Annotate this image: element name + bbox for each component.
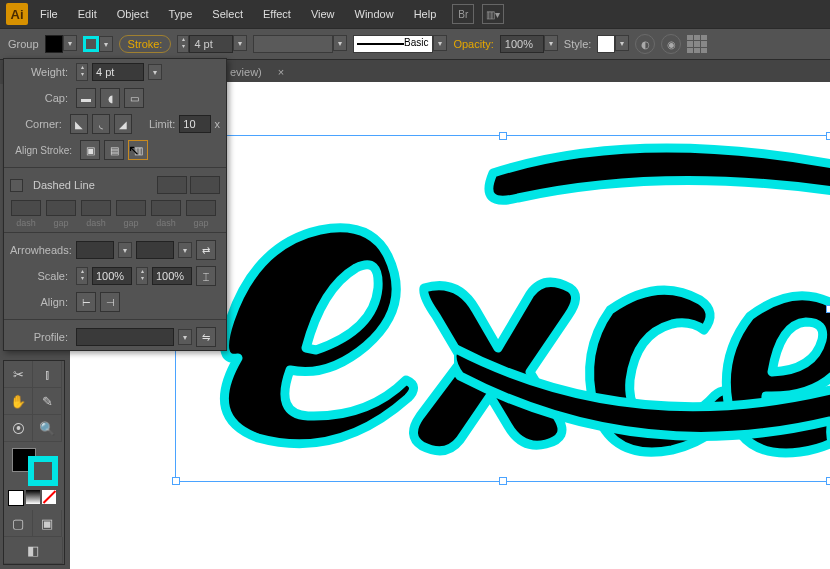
color-mode-icon[interactable] xyxy=(8,490,24,506)
dash-3[interactable] xyxy=(151,200,181,216)
brush-definition[interactable]: Basic xyxy=(353,35,433,53)
selection-bounding-box[interactable] xyxy=(175,135,830,482)
ctrl-weight-dropdown[interactable] xyxy=(233,35,247,51)
dash-1[interactable] xyxy=(11,200,41,216)
app-logo: Ai xyxy=(6,3,28,25)
brush-dropdown[interactable] xyxy=(433,35,447,51)
weight-label: Weight: xyxy=(10,66,68,78)
graph-tool-icon[interactable]: ⫿ xyxy=(33,361,62,388)
stroke-color-swatch[interactable] xyxy=(28,456,58,486)
var-width-dropdown[interactable] xyxy=(333,35,347,51)
arrow-end[interactable] xyxy=(136,241,174,259)
stroke-panel: Weight: 4 pt Cap: ▬ ◖ ▭ Corner: ◣ ◟ ◢ Li… xyxy=(3,58,227,351)
limit-field[interactable]: 10 xyxy=(179,115,210,133)
var-width-profile[interactable] xyxy=(253,35,333,53)
drawing-mode-icon[interactable]: ◧ xyxy=(4,537,63,564)
recolor-icon[interactable]: ◐ xyxy=(635,34,655,54)
dashed-line-checkbox[interactable] xyxy=(10,179,23,192)
menu-file[interactable]: File xyxy=(32,4,66,24)
menu-effect[interactable]: Effect xyxy=(255,4,299,24)
fill-dropdown[interactable] xyxy=(63,35,77,51)
stroke-swatch[interactable] xyxy=(83,36,99,52)
workspace-icon[interactable]: Br xyxy=(452,4,474,24)
align-center-button[interactable]: ▣ xyxy=(80,140,100,160)
profile-dropdown[interactable] xyxy=(178,329,192,345)
dash-2[interactable] xyxy=(81,200,111,216)
gradient-mode-icon[interactable] xyxy=(26,490,40,504)
ctrl-weight-field[interactable]: 4 pt xyxy=(189,35,233,53)
layout-icon[interactable]: ▥▾ xyxy=(482,4,504,24)
corner-round-button[interactable]: ◟ xyxy=(92,114,110,134)
graphic-style[interactable] xyxy=(597,35,615,53)
menu-type[interactable]: Type xyxy=(161,4,201,24)
menu-select[interactable]: Select xyxy=(204,4,251,24)
corner-miter-button[interactable]: ◣ xyxy=(70,114,88,134)
none-mode-icon[interactable] xyxy=(42,490,56,504)
screen-normal-icon[interactable]: ▢ xyxy=(4,510,33,537)
opacity-dropdown[interactable] xyxy=(544,35,558,51)
document-tab-title[interactable]: eview) xyxy=(230,66,262,78)
align-panel-icon[interactable] xyxy=(687,35,707,53)
dash-preserve-button[interactable] xyxy=(157,176,187,194)
style-dropdown[interactable] xyxy=(615,35,629,51)
menu-edit[interactable]: Edit xyxy=(70,4,105,24)
profile-label: Profile: xyxy=(10,331,68,343)
menu-help[interactable]: Help xyxy=(406,4,445,24)
selection-type: Group xyxy=(8,38,39,50)
align-inside-button[interactable]: ▤ xyxy=(104,140,124,160)
dashed-line-label: Dashed Line xyxy=(33,179,95,191)
screen-full-icon[interactable]: ▣ xyxy=(33,510,62,537)
cap-projecting-button[interactable]: ▭ xyxy=(124,88,144,108)
scale-spin-1[interactable] xyxy=(76,267,88,285)
fill-swatch[interactable] xyxy=(45,35,63,53)
hand-tool-icon[interactable]: ✋ xyxy=(4,388,33,415)
gap-1[interactable] xyxy=(46,200,76,216)
weight-dropdown[interactable] xyxy=(148,64,162,80)
scale-field-2[interactable]: 100% xyxy=(152,267,192,285)
stroke-panel-link[interactable]: Stroke: xyxy=(119,35,172,53)
ctrl-weight-spin[interactable] xyxy=(177,35,189,53)
style-label: Style: xyxy=(564,38,592,50)
arrow-start[interactable] xyxy=(76,241,114,259)
arrow-align-2[interactable]: ⊣ xyxy=(100,292,120,312)
slice-tool-icon[interactable]: ✂ xyxy=(4,361,33,388)
cap-label: Cap: xyxy=(10,92,68,104)
arrow-swap-icon[interactable]: ⇄ xyxy=(196,240,216,260)
corner-bevel-button[interactable]: ◢ xyxy=(114,114,132,134)
gap-3[interactable] xyxy=(186,200,216,216)
menu-object[interactable]: Object xyxy=(109,4,157,24)
handle-e[interactable] xyxy=(826,305,830,313)
menu-window[interactable]: Window xyxy=(347,4,402,24)
weight-spin[interactable] xyxy=(76,63,88,81)
align-stroke-label: Align Stroke: xyxy=(10,145,72,156)
scale-link-icon[interactable]: ⌶ xyxy=(196,266,216,286)
scale-spin-2[interactable] xyxy=(136,267,148,285)
gap-2[interactable] xyxy=(116,200,146,216)
arrow-start-dd[interactable] xyxy=(118,242,132,258)
handle-se[interactable] xyxy=(826,477,830,485)
profile-field[interactable] xyxy=(76,328,174,346)
scale-field-1[interactable]: 100% xyxy=(92,267,132,285)
weight-field[interactable]: 4 pt xyxy=(92,63,144,81)
menu-view[interactable]: View xyxy=(303,4,343,24)
arrow-end-dd[interactable] xyxy=(178,242,192,258)
handle-ne[interactable] xyxy=(826,132,830,140)
zoom-tool-icon[interactable]: 🔍 xyxy=(33,415,62,442)
stroke-dropdown[interactable] xyxy=(99,36,113,52)
symbol-tool-icon[interactable]: ⦿ xyxy=(4,415,33,442)
eyedropper-icon[interactable]: ✎ xyxy=(33,388,62,415)
scale-label: Scale: xyxy=(10,270,68,282)
handle-s[interactable] xyxy=(499,477,507,485)
tab-close-icon[interactable]: × xyxy=(278,66,284,78)
opacity-label[interactable]: Opacity: xyxy=(453,38,493,50)
cap-butt-button[interactable]: ▬ xyxy=(76,88,96,108)
opacity-field[interactable]: 100% xyxy=(500,35,544,53)
handle-n[interactable] xyxy=(499,132,507,140)
cap-round-button[interactable]: ◖ xyxy=(100,88,120,108)
align-outside-button[interactable]: ▥ xyxy=(128,140,148,160)
profile-flip-icon[interactable]: ⇋ xyxy=(196,327,216,347)
dash-align-button[interactable] xyxy=(190,176,220,194)
arrow-align-1[interactable]: ⊢ xyxy=(76,292,96,312)
handle-sw[interactable] xyxy=(172,477,180,485)
recolor-icon-2[interactable]: ◉ xyxy=(661,34,681,54)
